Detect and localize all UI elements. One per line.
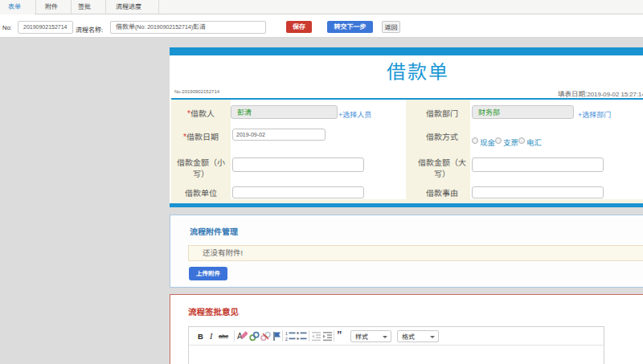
svg-text:2: 2: [285, 337, 288, 342]
svg-text:1: 1: [285, 331, 288, 336]
